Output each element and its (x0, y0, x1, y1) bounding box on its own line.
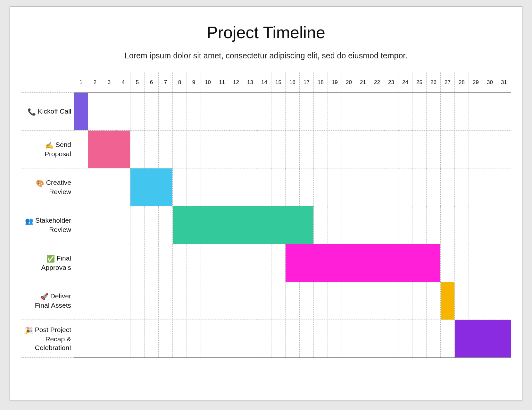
day-header: 13 (243, 72, 257, 93)
day-header: 31 (497, 72, 511, 93)
gantt-empty-cell (412, 93, 427, 131)
gantt-empty-cell (497, 93, 511, 131)
gantt-bar-cell (74, 93, 88, 131)
gantt-empty-cell (130, 206, 145, 244)
gantt-empty-cell (271, 131, 286, 168)
gantt-empty-cell (88, 320, 102, 358)
gantt-empty-cell (328, 131, 342, 168)
gantt-empty-cell (314, 93, 328, 131)
gantt-bar-cell (455, 320, 511, 358)
gantt-empty-cell (328, 320, 342, 358)
gantt-empty-cell (257, 168, 271, 206)
gantt-empty-cell (74, 206, 88, 244)
gantt-empty-cell (215, 93, 229, 131)
gantt-empty-cell (102, 320, 116, 358)
gantt-empty-cell (102, 206, 116, 244)
gantt-empty-cell (145, 131, 159, 168)
gantt-empty-cell (271, 320, 286, 358)
gantt-empty-cell (497, 131, 511, 168)
gantt-empty-cell (116, 320, 130, 358)
gantt-empty-cell (243, 320, 257, 358)
gantt-row: 👥 Stakeholder Review (21, 206, 511, 244)
gantt-empty-cell (427, 131, 441, 168)
gantt-bar (441, 282, 454, 320)
gantt-empty-cell (201, 282, 215, 320)
gantt-empty-cell (483, 282, 497, 320)
task-emoji-icon: 👥 (25, 217, 33, 225)
day-header: 21 (356, 72, 370, 93)
gantt-empty-cell (356, 206, 370, 244)
gantt-row: ✍️ Send Proposal (21, 131, 511, 168)
gantt-empty-cell (229, 168, 243, 206)
gantt-empty-cell (356, 282, 370, 320)
day-header: 5 (130, 72, 145, 93)
gantt-empty-cell (300, 168, 314, 206)
gantt-empty-cell (342, 206, 356, 244)
gantt-empty-cell (243, 93, 257, 131)
gantt-empty-cell (342, 168, 356, 206)
gantt-row: ✅ Final Approvals (21, 244, 511, 282)
gantt-empty-cell (441, 320, 455, 358)
gantt-bar-cell (173, 206, 314, 244)
gantt-empty-cell (74, 320, 88, 358)
gantt-empty-cell (271, 168, 286, 206)
gantt-empty-cell (145, 320, 159, 358)
task-label-cell: 👥 Stakeholder Review (21, 206, 74, 244)
gantt-empty-cell (427, 206, 441, 244)
gantt-empty-cell (173, 244, 187, 282)
gantt-empty-cell (173, 282, 187, 320)
day-header: 19 (328, 72, 342, 93)
slide-canvas[interactable]: Project Timeline Lorem ipsum dolor sit a… (10, 6, 522, 400)
gantt-empty-cell (187, 93, 201, 131)
gantt-empty-cell (384, 93, 398, 131)
gantt-empty-cell (130, 244, 145, 282)
gantt-empty-cell (412, 282, 427, 320)
gantt-empty-cell (187, 168, 201, 206)
gantt-empty-cell (398, 168, 412, 206)
gantt-row: 📞 Kickoff Call (21, 93, 511, 131)
gantt-empty-cell (412, 168, 427, 206)
gantt-empty-cell (412, 320, 427, 358)
gantt-empty-cell (455, 93, 469, 131)
gantt-empty-cell (370, 206, 384, 244)
gantt-empty-cell (370, 93, 384, 131)
gantt-empty-cell (215, 168, 229, 206)
gantt-empty-cell (187, 244, 201, 282)
day-header: 11 (215, 72, 229, 93)
gantt-empty-cell (229, 131, 243, 168)
gantt-empty-cell (342, 93, 356, 131)
gantt-empty-cell (187, 131, 201, 168)
gantt-empty-cell (74, 244, 88, 282)
day-header: 25 (412, 72, 427, 93)
gantt-empty-cell (159, 320, 173, 358)
gantt-empty-cell (314, 282, 328, 320)
day-header: 24 (398, 72, 412, 93)
gantt-empty-cell (74, 131, 88, 168)
gantt-empty-cell (398, 320, 412, 358)
day-header: 16 (286, 72, 300, 93)
gantt-empty-cell (370, 131, 384, 168)
gantt-empty-cell (130, 282, 145, 320)
day-header: 3 (102, 72, 116, 93)
gantt-empty-cell (102, 168, 116, 206)
day-header: 14 (257, 72, 271, 93)
gantt-empty-cell (159, 93, 173, 131)
gantt-empty-cell (102, 93, 116, 131)
gantt-row: 🎉 Post Project Recap & Celebration! (21, 320, 511, 358)
gantt-empty-cell (215, 131, 229, 168)
gantt-empty-cell (314, 320, 328, 358)
gantt-bar (286, 244, 440, 282)
day-header: 2 (88, 72, 102, 93)
gantt-bar-cell (88, 131, 130, 168)
day-header: 10 (201, 72, 215, 93)
gantt-bar (88, 131, 130, 168)
gantt-empty-cell (398, 282, 412, 320)
gantt-empty-cell (469, 282, 483, 320)
task-header-blank (21, 72, 74, 93)
gantt-empty-cell (497, 168, 511, 206)
gantt-empty-cell (441, 244, 455, 282)
day-header: 18 (314, 72, 328, 93)
gantt-empty-cell (328, 168, 342, 206)
gantt-empty-cell (483, 206, 497, 244)
gantt-empty-cell (342, 282, 356, 320)
